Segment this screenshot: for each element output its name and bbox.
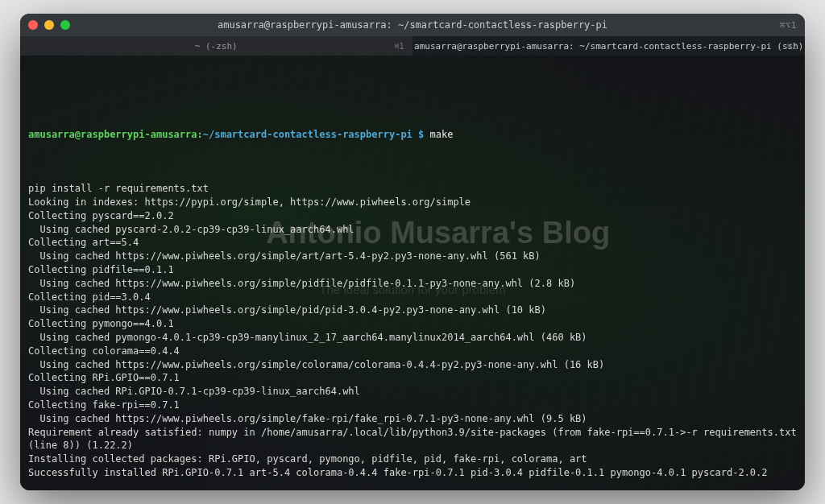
prompt-line-1: amusarra@raspberrypi-amusarra:~/smartcar…	[28, 128, 797, 142]
minimize-icon[interactable]	[44, 20, 54, 30]
maximize-icon[interactable]	[60, 20, 70, 30]
output-line: Collecting RPi.GPIO==0.7.1	[28, 371, 797, 385]
output-line: Using cached https://www.piwheels.org/si…	[28, 304, 797, 317]
output-line: Collecting pymongo==4.0.1	[28, 317, 797, 331]
close-icon[interactable]	[28, 20, 38, 30]
command-text: make	[430, 129, 454, 140]
output-line: pip install -r requirements.txt	[28, 182, 797, 196]
tab-shortcut: ⌘2	[787, 42, 797, 51]
output-line: Collecting colorama==0.4.4	[28, 345, 797, 358]
window-shortcut: ⌘⌥1	[780, 20, 797, 31]
output-line: Collecting fake-rpi==0.7.1	[28, 399, 797, 412]
output-line: Using cached https://www.piwheels.org/si…	[28, 277, 797, 291]
terminal-body[interactable]: Antonio Musarra's Blog The ideal solutio…	[20, 56, 805, 490]
window-title: amusarra@raspberrypi-amusarra: ~/smartca…	[20, 19, 805, 31]
output-line: Collecting pid==3.0.4	[28, 291, 797, 304]
tab-local-zsh[interactable]: ~ (-zsh) ⌘1	[20, 36, 413, 56]
tab-label: ~ (-zsh)	[195, 41, 238, 52]
tab-label: amusarra@raspberrypi-amusarra: ~/smartca…	[414, 41, 803, 52]
output-line: Using cached pyscard-2.0.2-cp39-cp39-lin…	[28, 223, 797, 237]
tab-bar: ~ (-zsh) ⌘1 amusarra@raspberrypi-amusarr…	[20, 36, 805, 56]
traffic-lights	[28, 20, 70, 30]
output-line: Installing collected packages: RPi.GPIO,…	[28, 452, 797, 466]
output-line: Using cached https://www.piwheels.org/si…	[28, 358, 797, 372]
output-line: Collecting art==5.4	[28, 236, 797, 250]
terminal-window: amusarra@raspberrypi-amusarra: ~/smartca…	[20, 14, 805, 490]
output-line: Looking in indexes: https://pypi.org/sim…	[28, 196, 797, 209]
output-line: Using cached RPi.GPIO-0.7.1-cp39-cp39-li…	[28, 385, 797, 399]
tab-shortcut: ⌘1	[394, 42, 404, 51]
prompt-user-host: amusarra@raspberrypi-amusarra	[28, 129, 197, 140]
prompt-dollar: $	[412, 129, 430, 140]
output-line: Using cached https://www.piwheels.org/si…	[28, 412, 797, 426]
prompt-path: ~/smartcard-contactless-raspberry-pi	[203, 129, 412, 140]
prompt-colon: :	[197, 129, 203, 140]
output-line: Collecting pyscard==2.0.2	[28, 209, 797, 223]
output-line: Collecting pidfile==0.1.1	[28, 263, 797, 277]
output-line: Using cached https://www.piwheels.org/si…	[28, 250, 797, 263]
output-line: Using cached pymongo-4.0.1-cp39-cp39-man…	[28, 331, 797, 345]
output-line: Successfully installed RPi.GPIO-0.7.1 ar…	[28, 466, 797, 480]
output-block: pip install -r requirements.txtLooking i…	[28, 182, 797, 480]
tab-ssh-raspberry[interactable]: amusarra@raspberrypi-amusarra: ~/smartca…	[413, 36, 806, 56]
titlebar: amusarra@raspberrypi-amusarra: ~/smartca…	[20, 14, 805, 36]
output-line: Requirement already satisfied: numpy in …	[28, 426, 797, 453]
